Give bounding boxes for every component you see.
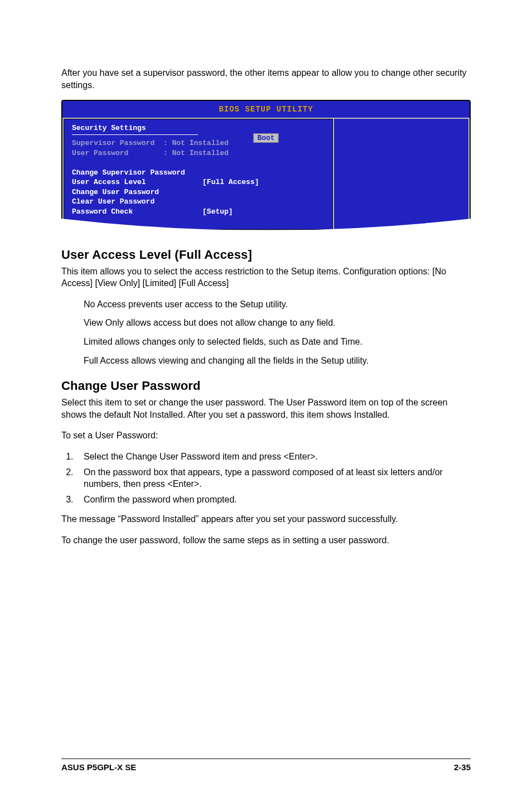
change-pw-success: The message “Password Installed” appears… [61,513,471,525]
bios-line-password-check: Password Check [Setup] [72,207,325,217]
bios-tab-boot: Boot [253,133,278,143]
bios-section-heading: Security Settings [72,124,325,132]
step-2: On the password box that appears, type a… [76,466,471,490]
heading-change-user-password: Change User Password [61,379,471,393]
bios-line-supervisor: Supervisor Password : Not Installed [72,138,325,148]
step-1: Select the Change User Password item and… [76,451,471,463]
change-pw-toset: To set a User Password: [61,429,471,442]
opt-no-access: No Access prevents user access to the Se… [84,298,471,311]
bios-line-user: User Password : Not Installed [72,148,325,158]
bios-line-blank [72,158,325,168]
footer-divider [61,758,471,759]
opt-limited: Limited allows changes only to selected … [84,336,471,348]
opt-view-only: View Only allows access but does not all… [84,317,471,329]
bios-panel-left: Security Settings Supervisor Password : … [64,119,333,229]
steps-list: Select the Change User Password item and… [61,451,471,505]
bios-panel-right [334,119,468,229]
user-access-desc: This item allows you to select the acces… [61,265,471,289]
footer-right: 2-35 [454,762,471,772]
bios-line-user-access-level: User Access Level [Full Access] [72,177,325,187]
bios-window: BIOS SETUP UTILITY Boot Security Setting… [61,100,471,231]
footer-left: ASUS P5GPL-X SE [61,762,136,772]
intro-paragraph: After you have set a supervisor password… [61,67,471,91]
bios-line-change-supervisor: Change Supervisor Password [72,168,325,178]
bios-title-bar: BIOS SETUP UTILITY [62,101,470,118]
change-pw-change: To change the user password, follow the … [61,534,471,547]
opt-full-access: Full Access allows viewing and changing … [84,355,471,367]
heading-user-access-level: User Access Level (Full Access] [61,248,471,262]
change-pw-desc: Select this item to set or change the us… [61,397,471,421]
bios-divider [72,134,198,135]
bios-line-clear-user: Clear User Password [72,197,325,207]
user-access-options: No Access prevents user access to the Se… [61,298,471,366]
step-3: Confirm the password when prompted. [76,494,471,506]
bios-line-change-user: Change User Password [72,187,325,197]
page-footer: ASUS P5GPL-X SE 2-35 [61,758,471,772]
bios-title-text: BIOS SETUP UTILITY [219,105,313,114]
